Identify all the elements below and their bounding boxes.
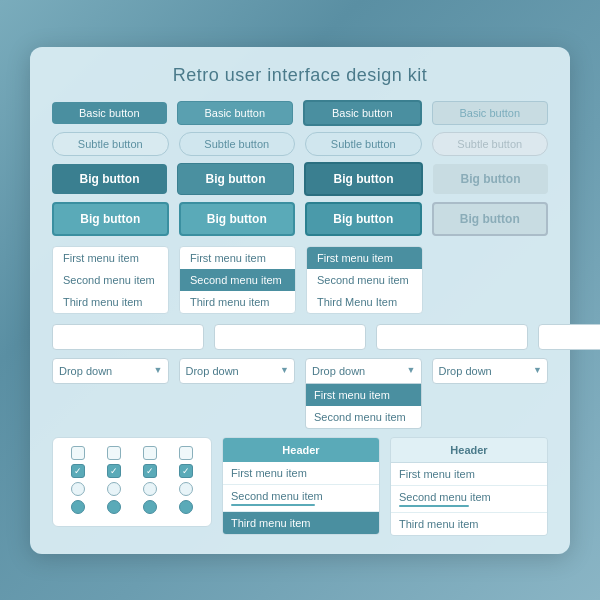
- menu-box-1: First menu item Second menu item Third m…: [52, 246, 169, 314]
- checkbox-2-2[interactable]: ✓: [107, 464, 121, 478]
- menu-1-item-1[interactable]: First menu item: [53, 247, 168, 269]
- dropdowns-section: Drop down ▼ Drop down ▼ Drop down ▼ Firs…: [52, 358, 548, 429]
- dropdown-3-option-1[interactable]: First menu item: [306, 384, 421, 406]
- menu-spacer: [433, 246, 548, 314]
- dropdown-3-menu: First menu item Second menu item: [305, 384, 422, 429]
- radio-row-1: [63, 482, 201, 496]
- big-outline-button-2[interactable]: Big button: [179, 202, 296, 236]
- menu-1-item-2[interactable]: Second menu item: [53, 269, 168, 291]
- checkbox-1-2[interactable]: [107, 446, 121, 460]
- radio-1-1[interactable]: [71, 482, 85, 496]
- radio-1-2[interactable]: [107, 482, 121, 496]
- table-1-header: Header: [223, 438, 379, 462]
- radio-row-2: [63, 500, 201, 514]
- inputs-section: [52, 324, 548, 350]
- big-outline-button-1[interactable]: Big button: [52, 202, 169, 236]
- big-button-row-1: Big button Big button Big button Big but…: [52, 162, 548, 196]
- big-button-3[interactable]: Big button: [304, 162, 423, 196]
- checkbox-2-1[interactable]: ✓: [71, 464, 85, 478]
- menu-box-3: First menu item Second menu item Third M…: [306, 246, 423, 314]
- big-button-2[interactable]: Big button: [177, 163, 294, 195]
- dropdown-3-option-2[interactable]: Second menu item: [306, 406, 421, 428]
- input-field-1[interactable]: [52, 324, 204, 350]
- input-field-3[interactable]: [376, 324, 528, 350]
- checkbox-row-1: [63, 446, 201, 460]
- dropdown-select-1[interactable]: Drop down: [52, 358, 169, 384]
- dropdown-4: Drop down ▼: [432, 358, 549, 384]
- menu-box-2: First menu item Second menu item Third m…: [179, 246, 296, 314]
- big-outline-button-4[interactable]: Big button: [432, 202, 549, 236]
- radio-1-4[interactable]: [179, 482, 193, 496]
- subtle-button-1[interactable]: Subtle button: [52, 132, 169, 156]
- menu-3-item-2[interactable]: Second menu item: [307, 269, 422, 291]
- bottom-section: ✓ ✓ ✓ ✓ Header First menu i: [52, 437, 548, 536]
- dropdown-select-4[interactable]: Drop down: [432, 358, 549, 384]
- checkbox-1-3[interactable]: [143, 446, 157, 460]
- checkbox-row-2: ✓ ✓ ✓ ✓: [63, 464, 201, 478]
- dropdown-select-3[interactable]: Drop down: [305, 358, 422, 384]
- table-1-row-1[interactable]: First menu item: [223, 462, 379, 485]
- main-card: Retro user interface design kit Basic bu…: [30, 47, 570, 554]
- checkbox-2-4[interactable]: ✓: [179, 464, 193, 478]
- menu-3-item-1[interactable]: First menu item: [307, 247, 422, 269]
- basic-button-2[interactable]: Basic button: [177, 101, 294, 125]
- basic-button-4[interactable]: Basic button: [432, 101, 549, 125]
- big-button-1[interactable]: Big button: [52, 164, 167, 194]
- dropdown-1: Drop down ▼: [52, 358, 169, 384]
- radio-2-1[interactable]: [71, 500, 85, 514]
- basic-button-row-1: Basic button Basic button Basic button B…: [52, 100, 548, 126]
- big-button-row-2: Big button Big button Big button Big but…: [52, 202, 548, 236]
- subtle-button-row: Subtle button Subtle button Subtle butto…: [52, 132, 548, 156]
- table-2-row-1[interactable]: First menu item: [391, 463, 547, 486]
- subtle-button-3[interactable]: Subtle button: [305, 132, 422, 156]
- big-button-4[interactable]: Big button: [433, 164, 548, 194]
- checkbox-2-3[interactable]: ✓: [143, 464, 157, 478]
- table-1-row-2[interactable]: Second menu item: [223, 485, 379, 512]
- checkboxes-panel: ✓ ✓ ✓ ✓: [52, 437, 212, 527]
- checkbox-1-1[interactable]: [71, 446, 85, 460]
- radio-2-3[interactable]: [143, 500, 157, 514]
- dropdown-select-2[interactable]: Drop down: [179, 358, 296, 384]
- subtle-button-2[interactable]: Subtle button: [179, 132, 296, 156]
- menus-section: First menu item Second menu item Third m…: [52, 246, 548, 314]
- dropdown-2: Drop down ▼: [179, 358, 296, 384]
- dropdown-3-open: Drop down ▼ First menu item Second menu …: [305, 358, 422, 429]
- table-2-row-3[interactable]: Third menu item: [391, 513, 547, 535]
- menu-2-item-3[interactable]: Third menu item: [180, 291, 295, 313]
- menu-1-item-3[interactable]: Third menu item: [53, 291, 168, 313]
- radio-2-4[interactable]: [179, 500, 193, 514]
- radio-2-2[interactable]: [107, 500, 121, 514]
- menu-2-item-2[interactable]: Second menu item: [180, 269, 295, 291]
- subtle-button-4[interactable]: Subtle button: [432, 132, 549, 156]
- page-title: Retro user interface design kit: [52, 65, 548, 86]
- checkbox-1-4[interactable]: [179, 446, 193, 460]
- table-2-header: Header: [391, 438, 547, 463]
- table-panel-2: Header First menu item Second menu item …: [390, 437, 548, 536]
- input-field-2[interactable]: [214, 324, 366, 350]
- basic-button-3[interactable]: Basic button: [303, 100, 422, 126]
- menu-2-item-1[interactable]: First menu item: [180, 247, 295, 269]
- table-2-row-2[interactable]: Second menu item: [391, 486, 547, 513]
- basic-button-1[interactable]: Basic button: [52, 102, 167, 124]
- menu-3-item-3[interactable]: Third Menu Item: [307, 291, 422, 313]
- buttons-section: Basic button Basic button Basic button B…: [52, 100, 548, 236]
- table-1-row-3[interactable]: Third menu item: [223, 512, 379, 534]
- input-field-4[interactable]: [538, 324, 600, 350]
- big-outline-button-3[interactable]: Big button: [305, 202, 422, 236]
- table-panel-1: Header First menu item Second menu item …: [222, 437, 380, 535]
- radio-1-3[interactable]: [143, 482, 157, 496]
